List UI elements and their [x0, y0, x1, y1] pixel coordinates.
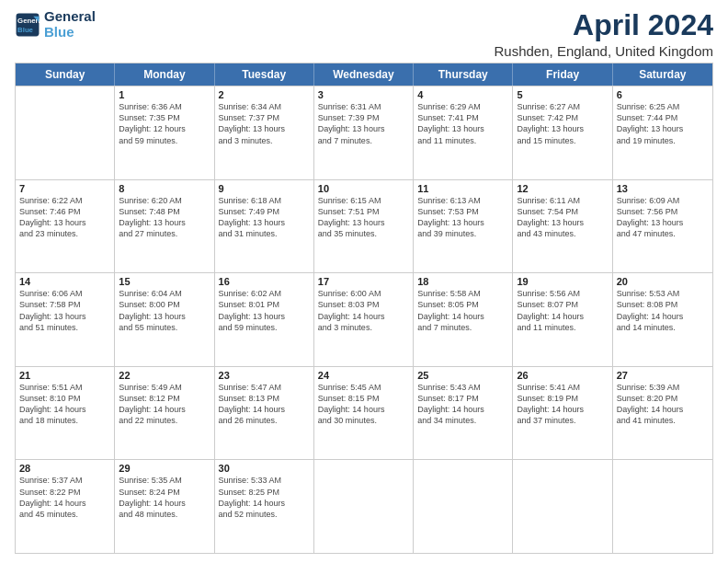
cell-line: Daylight: 13 hours — [517, 217, 608, 228]
calendar-cell: 8Sunrise: 6:20 AMSunset: 7:48 PMDaylight… — [115, 180, 214, 273]
cell-line: Daylight: 13 hours — [19, 311, 110, 322]
location-title: Rushden, England, United Kingdom — [495, 43, 714, 59]
calendar-cell: 7Sunrise: 6:22 AMSunset: 7:46 PMDaylight… — [16, 180, 115, 273]
cell-line: and 34 minutes. — [417, 415, 508, 426]
calendar-cell — [16, 86, 115, 179]
day-number: 21 — [19, 370, 110, 381]
cell-line: Daylight: 14 hours — [19, 498, 110, 509]
day-number: 15 — [119, 276, 210, 287]
day-number: 11 — [417, 183, 508, 194]
day-number: 22 — [119, 370, 210, 381]
cell-line: and 31 minutes. — [219, 228, 310, 239]
cell-line: Sunrise: 5:49 AM — [119, 382, 210, 393]
calendar-cell: 6Sunrise: 6:25 AMSunset: 7:44 PMDaylight… — [613, 86, 712, 179]
cell-line: Daylight: 14 hours — [119, 498, 210, 509]
day-number: 14 — [19, 276, 110, 287]
cell-line: Sunset: 8:20 PM — [617, 393, 709, 404]
cell-line: and 3 minutes. — [219, 135, 310, 146]
calendar-row: 14Sunrise: 6:06 AMSunset: 7:58 PMDayligh… — [16, 272, 712, 366]
cell-line: Sunset: 7:41 PM — [417, 112, 508, 123]
cell-line: Sunset: 7:46 PM — [19, 206, 110, 217]
cell-line: Sunset: 7:51 PM — [318, 206, 409, 217]
cell-line: Sunset: 8:17 PM — [417, 393, 508, 404]
calendar-cell: 20Sunrise: 5:53 AMSunset: 8:08 PMDayligh… — [613, 273, 712, 366]
calendar-row: 21Sunrise: 5:51 AMSunset: 8:10 PMDayligh… — [16, 366, 712, 460]
cell-line: and 55 minutes. — [119, 322, 210, 333]
calendar-cell: 30Sunrise: 5:33 AMSunset: 8:25 PMDayligh… — [215, 460, 314, 553]
cell-line: Sunset: 7:48 PM — [119, 206, 210, 217]
cell-line: Sunrise: 6:00 AM — [318, 288, 409, 299]
cell-line: Daylight: 13 hours — [417, 217, 508, 228]
cell-line: Sunrise: 6:36 AM — [119, 101, 210, 112]
cell-line: and 37 minutes. — [517, 415, 608, 426]
cell-line: Daylight: 13 hours — [617, 123, 709, 134]
cell-line: Sunset: 8:03 PM — [318, 299, 409, 310]
cell-line: Sunset: 8:24 PM — [119, 487, 210, 498]
cell-line: Daylight: 14 hours — [617, 404, 709, 415]
cell-line: Sunset: 7:35 PM — [119, 112, 210, 123]
calendar-cell: 12Sunrise: 6:11 AMSunset: 7:54 PMDayligh… — [513, 180, 612, 273]
logo: General Blue General Blue — [15, 9, 96, 40]
cell-line: Sunset: 7:37 PM — [219, 112, 310, 123]
day-number: 18 — [417, 276, 508, 287]
header-cell-wednesday: Wednesday — [314, 63, 414, 86]
cell-line: and 23 minutes. — [19, 228, 110, 239]
cell-line: Daylight: 13 hours — [318, 217, 409, 228]
cell-line: and 48 minutes. — [119, 509, 210, 520]
cell-line: Sunrise: 6:18 AM — [219, 195, 310, 206]
calendar-header: SundayMondayTuesdayWednesdayThursdayFrid… — [16, 63, 712, 86]
day-number: 30 — [219, 463, 310, 474]
header-cell-thursday: Thursday — [414, 63, 513, 86]
calendar-cell: 23Sunrise: 5:47 AMSunset: 8:13 PMDayligh… — [215, 367, 314, 460]
cell-line: Daylight: 13 hours — [318, 123, 409, 134]
calendar-cell: 11Sunrise: 6:13 AMSunset: 7:53 PMDayligh… — [414, 180, 513, 273]
calendar: SundayMondayTuesdayWednesdayThursdayFrid… — [15, 63, 713, 554]
cell-line: and 39 minutes. — [417, 228, 508, 239]
cell-line: Daylight: 14 hours — [318, 311, 409, 322]
cell-line: and 19 minutes. — [617, 135, 709, 146]
cell-line: Sunset: 8:13 PM — [219, 393, 310, 404]
calendar-cell: 3Sunrise: 6:31 AMSunset: 7:39 PMDaylight… — [314, 86, 414, 179]
day-number: 20 — [617, 276, 709, 287]
cell-line: Sunrise: 6:06 AM — [19, 288, 110, 299]
cell-line: Sunset: 7:53 PM — [417, 206, 508, 217]
day-number: 19 — [517, 276, 608, 287]
cell-line: Sunrise: 5:58 AM — [417, 288, 508, 299]
cell-line: Sunset: 7:44 PM — [617, 112, 709, 123]
cell-line: and 59 minutes. — [119, 135, 210, 146]
calendar-cell: 22Sunrise: 5:49 AMSunset: 8:12 PMDayligh… — [115, 367, 214, 460]
cell-line: Daylight: 13 hours — [219, 123, 310, 134]
cell-line: Daylight: 14 hours — [119, 404, 210, 415]
cell-line: and 27 minutes. — [119, 228, 210, 239]
cell-line: Sunset: 8:19 PM — [517, 393, 608, 404]
cell-line: and 41 minutes. — [617, 415, 709, 426]
day-number: 4 — [417, 89, 508, 100]
cell-line: Sunrise: 6:29 AM — [417, 101, 508, 112]
logo-blue: Blue — [44, 25, 96, 40]
cell-line: Sunrise: 6:25 AM — [617, 101, 709, 112]
calendar-cell: 19Sunrise: 5:56 AMSunset: 8:07 PMDayligh… — [513, 273, 612, 366]
day-number: 17 — [318, 276, 409, 287]
cell-line: Daylight: 13 hours — [119, 217, 210, 228]
logo-icon: General Blue — [15, 12, 40, 38]
cell-line: Sunset: 8:10 PM — [19, 393, 110, 404]
cell-line: and 15 minutes. — [517, 135, 608, 146]
svg-text:Blue: Blue — [17, 25, 34, 33]
calendar-cell: 16Sunrise: 6:02 AMSunset: 8:01 PMDayligh… — [215, 273, 314, 366]
cell-line: Sunset: 7:49 PM — [219, 206, 310, 217]
calendar-cell — [314, 460, 414, 553]
day-number: 23 — [219, 370, 310, 381]
cell-line: Sunset: 8:08 PM — [617, 299, 709, 310]
cell-line: Sunrise: 5:43 AM — [417, 382, 508, 393]
calendar-body: 1Sunrise: 6:36 AMSunset: 7:35 PMDaylight… — [16, 86, 712, 553]
cell-line: and 35 minutes. — [318, 228, 409, 239]
cell-line: Sunrise: 6:22 AM — [19, 195, 110, 206]
cell-line: Sunrise: 5:56 AM — [517, 288, 608, 299]
cell-line: Sunset: 8:05 PM — [417, 299, 508, 310]
cell-line: Sunrise: 6:09 AM — [617, 195, 709, 206]
cell-line: Sunset: 8:00 PM — [119, 299, 210, 310]
cell-line: and 43 minutes. — [517, 228, 608, 239]
cell-line: Sunset: 8:07 PM — [517, 299, 608, 310]
cell-line: and 51 minutes. — [19, 322, 110, 333]
calendar-cell: 10Sunrise: 6:15 AMSunset: 7:51 PMDayligh… — [314, 180, 414, 273]
